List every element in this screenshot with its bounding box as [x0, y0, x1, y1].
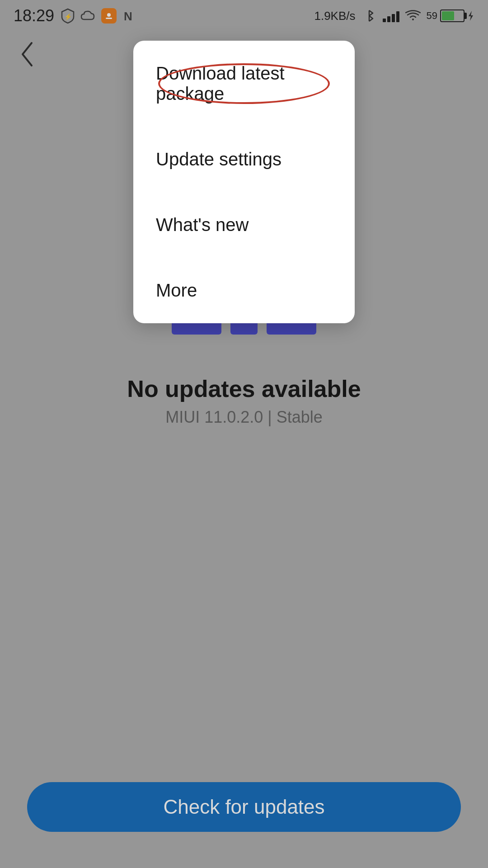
menu-item-update-settings[interactable]: Update settings	[133, 127, 355, 192]
menu-item-whats-new-label: What's new	[156, 215, 249, 235]
menu-item-more[interactable]: More	[133, 258, 355, 323]
menu-item-update-settings-label: Update settings	[156, 149, 282, 170]
menu-item-download[interactable]: Download latest package	[133, 41, 355, 127]
menu-item-more-label: More	[156, 280, 197, 301]
dropdown-menu: Download latest package Update settings …	[133, 41, 355, 323]
menu-item-whats-new[interactable]: What's new	[133, 192, 355, 258]
menu-item-download-label: Download latest package	[156, 63, 332, 104]
